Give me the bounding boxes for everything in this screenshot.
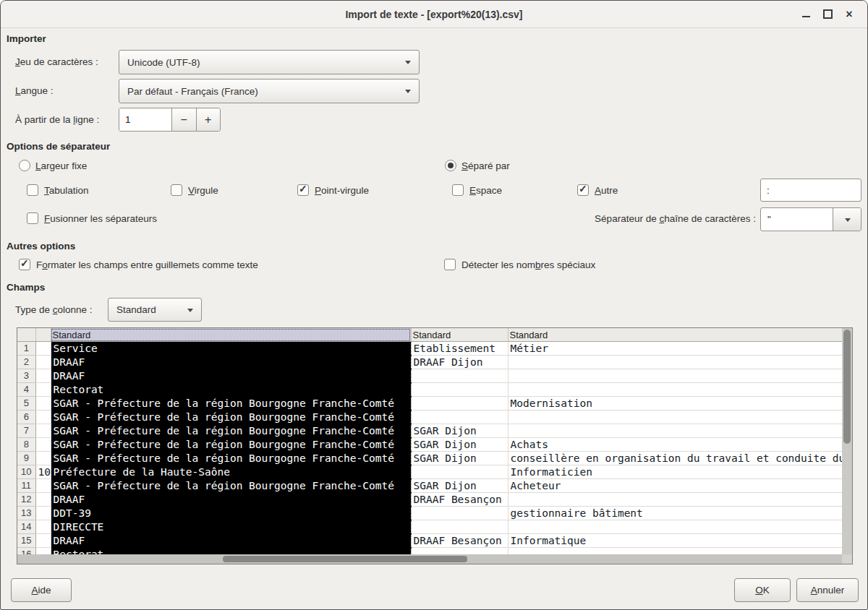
preview-cell[interactable] <box>411 465 508 479</box>
preview-cell[interactable]: SGAR - Préfecture de la région Bourgogne… <box>51 397 411 411</box>
string-delimiter-dropdown-button[interactable] <box>833 208 861 231</box>
detect-special-numbers-label[interactable]: Détecter les nombres spéciaux <box>461 259 595 270</box>
preview-cell[interactable]: Préfecture de la Haute-Saône <box>51 465 411 479</box>
preview-cell[interactable] <box>508 411 843 424</box>
preview-cell[interactable] <box>508 356 843 369</box>
preview-cell[interactable]: DRAAF <box>51 369 411 383</box>
preview-cell[interactable]: gestionnaire bâtiment <box>508 507 843 520</box>
from-row-input[interactable]: 1 <box>119 108 171 131</box>
preview-cell[interactable]: Etablissement <box>411 342 508 356</box>
preview-cell[interactable] <box>411 507 508 520</box>
help-button[interactable]: Aide <box>11 578 72 602</box>
decrement-button[interactable]: − <box>171 108 196 131</box>
tab-label[interactable]: Tabulation <box>44 185 89 196</box>
preview-cell[interactable] <box>35 397 51 411</box>
minimize-button[interactable] <box>795 4 817 25</box>
preview-cell[interactable] <box>508 424 843 438</box>
preview-cell[interactable] <box>411 383 508 397</box>
column-header-1[interactable]: Standard <box>51 328 411 342</box>
column-header-3[interactable]: Standard <box>508 328 843 342</box>
preview-cell[interactable]: DRAAF Besançon <box>411 534 508 548</box>
maximize-button[interactable] <box>817 4 838 25</box>
horizontal-scrollbar-thumb[interactable] <box>223 556 467 562</box>
vertical-scrollbar-thumb[interactable] <box>843 330 851 444</box>
preview-cell[interactable]: Informatique <box>508 534 843 548</box>
preview-cell[interactable] <box>508 369 843 383</box>
comma-label[interactable]: Virgule <box>188 185 218 196</box>
preview-cell[interactable] <box>35 411 51 424</box>
comma-checkbox[interactable] <box>171 184 182 196</box>
preview-cell[interactable] <box>411 397 508 411</box>
fixed-width-radio[interactable] <box>19 160 30 171</box>
preview-cell[interactable]: SGAR Dijon <box>411 452 508 465</box>
tab-checkbox[interactable] <box>27 184 38 196</box>
preview-cell[interactable] <box>35 342 51 356</box>
ok-button[interactable]: OK <box>734 578 791 602</box>
preview-cell[interactable] <box>35 369 51 383</box>
merge-separators-label[interactable]: Fusionner les séparateurs <box>44 213 157 224</box>
preview-cell[interactable]: Informaticien <box>508 465 843 479</box>
preview-cell[interactable]: SGAR - Préfecture de la région Bourgogne… <box>51 438 411 452</box>
preview-cell[interactable] <box>508 493 843 507</box>
preview-cell[interactable]: SGAR - Préfecture de la région Bourgogne… <box>51 411 411 424</box>
semicolon-checkbox[interactable] <box>297 184 309 196</box>
other-checkbox[interactable] <box>577 184 589 196</box>
preview-cell[interactable]: SGAR Dijon <box>411 424 508 438</box>
titlebar[interactable]: Import de texte - [export%20(13).csv] × <box>1 1 867 28</box>
preview-cell[interactable] <box>35 424 51 438</box>
increment-button[interactable]: + <box>196 108 221 131</box>
preview-cell[interactable]: SGAR Dijon <box>411 438 508 452</box>
preview-cell[interactable]: SGAR - Préfecture de la région Bourgogne… <box>51 479 411 493</box>
column-header-0[interactable] <box>35 328 51 342</box>
merge-separators-checkbox[interactable] <box>27 212 38 224</box>
preview-cell[interactable]: Achats <box>508 438 843 452</box>
preview-cell[interactable]: DRAAF Besançon <box>411 493 508 507</box>
preview-cell[interactable] <box>411 411 508 424</box>
other-label[interactable]: Autre <box>595 185 618 196</box>
preview-cell[interactable] <box>508 383 843 397</box>
charset-select[interactable]: Unicode (UTF-8) <box>119 50 420 74</box>
preview-cell[interactable] <box>35 493 51 507</box>
preview-cell[interactable] <box>411 520 508 534</box>
column-type-select[interactable]: Standard <box>108 298 202 322</box>
preview-cell[interactable] <box>35 452 51 465</box>
column-header-2[interactable]: Standard <box>411 328 508 342</box>
preview-cell[interactable]: Service <box>51 342 411 356</box>
semicolon-label[interactable]: Point-virgule <box>315 185 369 196</box>
separated-by-label[interactable]: Séparé par <box>461 160 510 171</box>
cancel-button[interactable]: Annuler <box>796 578 859 602</box>
preview-cell[interactable]: DRAAF Dijon <box>411 356 508 369</box>
preview-cell[interactable]: Rectorat <box>51 383 411 397</box>
space-label[interactable]: Espace <box>469 185 502 196</box>
quoted-as-text-checkbox[interactable] <box>19 259 30 270</box>
preview-cell[interactable]: DDT-39 <box>51 507 411 520</box>
vertical-scrollbar[interactable] <box>842 328 852 556</box>
horizontal-scrollbar[interactable] <box>17 554 843 564</box>
preview-cell[interactable] <box>35 479 51 493</box>
other-separator-input[interactable]: : <box>760 179 861 202</box>
preview-cell[interactable]: SGAR - Préfecture de la région Bourgogne… <box>51 424 411 438</box>
preview-cell[interactable]: conseillère en organisation du travail e… <box>508 452 843 465</box>
fixed-width-label[interactable]: Largeur fixe <box>35 160 87 171</box>
language-select[interactable]: Par défaut - Français (France) <box>119 79 420 103</box>
preview-cell[interactable]: Métier <box>508 342 843 356</box>
preview-cell[interactable]: DRAAF <box>51 534 411 548</box>
preview-cell[interactable]: DRAAF <box>51 356 411 369</box>
preview-cell[interactable]: DIRECCTE <box>51 520 411 534</box>
preview-cell[interactable]: Modernisation <box>508 397 843 411</box>
detect-special-numbers-checkbox[interactable] <box>444 259 456 270</box>
space-checkbox[interactable] <box>452 184 464 196</box>
preview-cell[interactable]: DRAAF <box>51 493 411 507</box>
preview-cell[interactable]: 10 <box>35 465 51 479</box>
preview-cell[interactable] <box>35 383 51 397</box>
close-button[interactable]: × <box>838 4 860 25</box>
preview-cell[interactable]: Acheteur <box>508 479 843 493</box>
preview-cell[interactable] <box>35 438 51 452</box>
preview-cell[interactable] <box>411 369 508 383</box>
preview-cell[interactable] <box>35 534 51 548</box>
separated-by-radio[interactable] <box>445 160 456 171</box>
string-delimiter-select[interactable]: " <box>760 207 861 231</box>
preview-cell[interactable] <box>508 520 843 534</box>
preview-cell[interactable]: SGAR - Préfecture de la région Bourgogne… <box>51 452 411 465</box>
preview-cell[interactable]: SGAR Dijon <box>411 479 508 493</box>
